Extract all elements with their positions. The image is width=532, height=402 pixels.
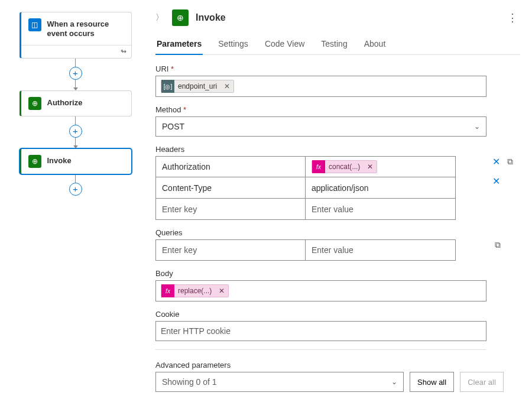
add-step-button[interactable]: + (69, 183, 82, 196)
trigger-link-icon: ↬ (21, 45, 131, 58)
properties-panel: 〉 ⊕ Invoke ⋮ Parameters Settings Code Vi… (151, 0, 532, 402)
http-icon: ⊕ (28, 155, 41, 168)
method-label: Method * (155, 105, 518, 114)
http-icon: ⊕ (172, 9, 189, 26)
uri-input[interactable]: [◎] endpoint_uri ✕ (155, 76, 486, 97)
divider (155, 349, 486, 350)
header-value-input[interactable]: application/json (306, 177, 456, 199)
queries-table: Enter key Enter value (155, 239, 486, 261)
tab-settings[interactable]: Settings (217, 35, 249, 54)
tab-about[interactable]: About (363, 35, 387, 54)
token-endpoint-uri[interactable]: [◎] endpoint_uri ✕ (161, 80, 234, 93)
collapse-panel-chevron-icon[interactable]: 〉 (155, 12, 165, 23)
add-step-button[interactable]: + (69, 125, 82, 138)
body-input[interactable]: fx replace(...) ✕ (155, 280, 486, 302)
tab-testing[interactable]: Testing (320, 35, 348, 54)
more-menu-icon[interactable]: ⋮ (505, 11, 520, 24)
http-icon: ⊕ (28, 97, 41, 110)
header-value-input[interactable]: fx concat(...) ✕ (306, 156, 456, 177)
body-label: Body (155, 269, 518, 278)
advanced-label: Advanced parameters (155, 361, 518, 369)
workflow-canvas: ◫ When a resource event occurs ↬ + ⊕ Aut… (0, 0, 151, 402)
query-key-input[interactable]: Enter key (155, 239, 306, 261)
cookie-label: Cookie (155, 310, 518, 319)
token-replace[interactable]: fx replace(...) ✕ (161, 284, 229, 297)
header-value-input[interactable]: Enter value (306, 199, 456, 220)
action-node-invoke[interactable]: ⊕ Invoke (20, 148, 132, 174)
advanced-select[interactable]: Showing 0 of 1 ⌄ (155, 372, 404, 392)
method-value: POST (162, 122, 184, 131)
queries-label: Queries (155, 228, 518, 237)
connector: + (69, 59, 82, 90)
fx-icon: fx (161, 284, 174, 297)
method-select[interactable]: POST ⌄ (155, 116, 486, 137)
switch-mode-icon[interactable]: ⧉ (505, 156, 515, 167)
panel-title: Invoke (196, 12, 498, 23)
action-label: Invoke (47, 155, 72, 166)
token-concat[interactable]: fx concat(...) ✕ (312, 160, 377, 173)
remove-token-icon[interactable]: ✕ (364, 163, 377, 171)
switch-mode-icon[interactable]: ⧉ (492, 239, 503, 250)
action-node-authorize[interactable]: ⊕ Authorize (20, 90, 132, 116)
headers-table: Authorization fx concat(...) ✕ Content-T… (155, 156, 486, 220)
header-key-input[interactable]: Authorization (155, 156, 306, 177)
headers-label: Headers (155, 145, 518, 154)
tab-bar: Parameters Settings Code View Testing Ab… (155, 35, 520, 55)
query-value-input[interactable]: Enter value (306, 239, 456, 261)
remove-header-row-icon[interactable]: ✕ (492, 176, 500, 187)
remove-token-icon[interactable]: ✕ (220, 82, 233, 90)
header-key-input[interactable]: Content-Type (155, 177, 306, 199)
connector: + (69, 116, 82, 148)
connector: + (69, 174, 82, 196)
chevron-down-icon: ⌄ (474, 122, 480, 131)
parameter-icon: [◎] (161, 80, 174, 93)
remove-token-icon[interactable]: ✕ (215, 287, 228, 295)
uri-label: URI * (155, 64, 518, 73)
trigger-node[interactable]: ◫ When a resource event occurs ↬ (20, 12, 132, 59)
clear-all-button[interactable]: Clear all (460, 372, 504, 392)
tab-parameters[interactable]: Parameters (155, 35, 203, 54)
cookie-input[interactable]: Enter HTTP cookie (155, 321, 486, 341)
tab-code-view[interactable]: Code View (264, 35, 306, 54)
trigger-label: When a resource event occurs (47, 18, 124, 39)
header-key-input[interactable]: Enter key (155, 199, 306, 220)
show-all-button[interactable]: Show all (410, 372, 454, 392)
remove-header-row-icon[interactable]: ✕ (492, 156, 500, 167)
action-label: Authorize (47, 97, 83, 108)
advanced-summary: Showing 0 of 1 (162, 377, 217, 387)
fx-icon: fx (312, 160, 325, 173)
event-grid-icon: ◫ (28, 18, 41, 31)
add-step-button[interactable]: + (69, 67, 82, 80)
chevron-down-icon: ⌄ (391, 378, 397, 386)
